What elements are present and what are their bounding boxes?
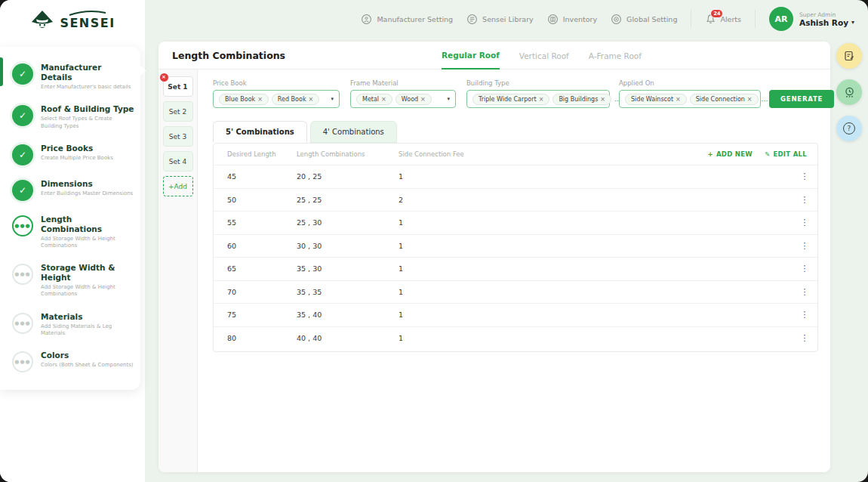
chip-side-wainscot[interactable]: Side Wainscot × xyxy=(625,94,687,105)
sensei-library-icon xyxy=(466,14,478,25)
check-icon: ✓ xyxy=(12,180,33,201)
cell-length-combinations: 40 , 40 xyxy=(297,334,399,342)
alerts-button[interactable]: 24 Alerts xyxy=(705,14,741,25)
chip-label: Wood xyxy=(402,96,418,103)
avatar: AR xyxy=(769,7,793,31)
alerts-badge: 24 xyxy=(710,9,723,18)
sidebar-item-colors[interactable]: ●●● Colors Colors (Both Sheet & Componen… xyxy=(0,344,140,379)
chip-label: Side Wainscot xyxy=(631,96,673,103)
main-panel: Length Combinations Regular Roof Vertica… xyxy=(159,42,830,472)
add-set-button[interactable]: +Add xyxy=(163,176,193,196)
filter-frame-material: Frame Material Metal × Wood × ▾ xyxy=(350,79,456,108)
set-tab-4[interactable]: Set 4 xyxy=(163,151,193,171)
chip-big-buildings[interactable]: Big Buildings × xyxy=(553,94,611,105)
nav-label: Global Setting xyxy=(626,15,677,23)
add-new-label: ADD NEW xyxy=(716,150,753,158)
chip-remove-icon[interactable]: × xyxy=(747,96,753,103)
col-length-combinations: Length Combinations xyxy=(297,150,399,158)
sidebar-nav-card: ✓ Manufacturer Details Enter Manufacture… xyxy=(0,47,140,390)
manufacturer-setting-icon xyxy=(361,14,372,25)
add-new-button[interactable]: + ADD NEW xyxy=(707,150,752,158)
chip-remove-icon[interactable]: × xyxy=(381,96,386,103)
row-menu-icon[interactable]: ⋮ xyxy=(792,195,817,205)
row-menu-icon[interactable]: ⋮ xyxy=(792,310,817,320)
chip-triple-wide-carport[interactable]: Triple Wide Carport × xyxy=(472,94,549,105)
chip-remove-icon[interactable]: × xyxy=(309,96,314,103)
tab-vertical-roof[interactable]: Vertical Roof xyxy=(519,42,569,70)
brand-logo: SENSEI xyxy=(0,0,145,32)
set-tab-2[interactable]: Set 2 xyxy=(163,101,193,122)
row-menu-icon[interactable]: ⋮ xyxy=(792,287,817,297)
table-row: 45 20 , 25 1 ⋮ xyxy=(214,165,817,188)
filter-label: Frame Material xyxy=(350,79,456,87)
note-edit-icon xyxy=(843,50,855,62)
building-type-select[interactable]: Triple Wide Carport × Big Buildings × … … xyxy=(466,90,610,108)
nav-global-setting[interactable]: Global Setting xyxy=(611,14,677,25)
set-tabs-column: × Set 1 Set 2 Set 3 Set 4 +Add xyxy=(159,70,198,472)
chip-metal[interactable]: Metal × xyxy=(356,94,392,105)
clock-history-icon xyxy=(843,86,856,99)
tab-a-frame-roof[interactable]: A-Frame Roof xyxy=(589,42,642,70)
col-desired-length: Desired Length xyxy=(214,150,297,158)
sidebar-item-title: Dimensions xyxy=(41,179,133,189)
chip-wood[interactable]: Wood × xyxy=(396,94,432,105)
chip-remove-icon[interactable]: × xyxy=(257,96,263,103)
nav-sensei-library[interactable]: Sensei Library xyxy=(466,14,534,25)
row-menu-icon[interactable]: ⋮ xyxy=(792,333,817,343)
filter-applied-on: Applied On Side Wainscot × Side Connecti… xyxy=(619,79,761,108)
notes-fab[interactable] xyxy=(836,43,862,69)
nav-inventory[interactable]: Inventory xyxy=(547,14,597,25)
applied-on-select[interactable]: Side Wainscot × Side Connection × … ▾ xyxy=(619,90,761,108)
cell-length-combinations: 20 , 25 xyxy=(297,172,399,181)
row-menu-icon[interactable]: ⋮ xyxy=(792,264,817,273)
generate-button[interactable]: GENERATE xyxy=(769,90,834,108)
chip-side-connection[interactable]: Side Connection × xyxy=(690,94,759,105)
chip-label: Blue Book xyxy=(225,96,255,103)
sidebar-item-length-combinations[interactable]: ●●● Length Combinations Add Storage Widt… xyxy=(0,208,140,256)
top-header: Manufacturer Setting Sensei Library Inve… xyxy=(145,0,868,38)
nav-manufacturer-setting[interactable]: Manufacturer Setting xyxy=(361,14,453,25)
row-menu-icon[interactable]: ⋮ xyxy=(792,218,817,227)
chip-blue-book[interactable]: Blue Book × xyxy=(219,94,269,105)
cell-desired-length: 45 xyxy=(214,172,297,181)
history-fab[interactable] xyxy=(836,79,862,105)
set-tab-1[interactable]: × Set 1 xyxy=(163,76,193,97)
global-setting-icon xyxy=(611,14,622,25)
chip-red-book[interactable]: Red Book × xyxy=(272,94,319,105)
filter-label: Applied On xyxy=(619,79,761,87)
row-menu-icon[interactable]: ⋮ xyxy=(792,241,817,251)
cell-side-connection-fee: 1 xyxy=(399,288,792,296)
sidebar-item-storage-width-height[interactable]: ●●● Storage Width & Height Add Storage W… xyxy=(0,256,140,304)
sidebar-item-manufacturer-details[interactable]: ✓ Manufacturer Details Enter Manufacture… xyxy=(0,56,140,97)
chip-remove-icon[interactable]: × xyxy=(420,96,426,103)
sidebar-item-subtitle: Select Roof Types & Create Building Type… xyxy=(41,116,134,129)
set-tab-3[interactable]: Set 3 xyxy=(163,126,193,147)
sidebar-item-title: Materials xyxy=(41,312,134,322)
price-book-select[interactable]: Blue Book × Red Book × ▾ xyxy=(213,90,340,108)
pending-dots-icon: ●●● xyxy=(12,313,33,334)
sidebar-item-price-books[interactable]: ✓ Price Books Create Multiple Price Book… xyxy=(0,137,140,172)
chip-remove-icon[interactable]: × xyxy=(539,96,544,103)
row-menu-icon[interactable]: ⋮ xyxy=(792,171,817,181)
chip-label: Metal xyxy=(362,96,379,103)
cell-side-connection-fee: 1 xyxy=(399,172,792,181)
chip-remove-icon[interactable]: × xyxy=(676,96,681,103)
nav-label: Inventory xyxy=(563,15,597,23)
cell-side-connection-fee: 1 xyxy=(399,264,792,273)
help-fab[interactable]: ? xyxy=(836,116,862,141)
tab-4ft-combinations[interactable]: 4' Combinations xyxy=(310,121,397,143)
sidebar-item-roof-building-type[interactable]: ✓ Roof & Building Type Select Roof Types… xyxy=(0,97,140,136)
edit-all-button[interactable]: ✎ EDIT ALL xyxy=(765,150,807,158)
cell-side-connection-fee: 1 xyxy=(399,218,792,227)
frame-material-select[interactable]: Metal × Wood × ▾ xyxy=(350,90,456,108)
sidebar-item-subtitle: Add Storage Width & Height Combinations xyxy=(41,236,134,249)
user-menu[interactable]: AR Super Admin Ashish Roy ▾ xyxy=(769,7,854,31)
cell-length-combinations: 25 , 30 xyxy=(297,218,399,227)
sidebar-item-dimensions[interactable]: ✓ Dimensions Enter Buildings Master Dime… xyxy=(0,172,140,208)
tab-regular-roof[interactable]: Regular Roof xyxy=(442,42,500,70)
chip-remove-icon[interactable]: × xyxy=(600,96,605,103)
tab-5ft-combinations[interactable]: 5' Combinations xyxy=(213,121,307,143)
remove-set-icon[interactable]: × xyxy=(160,73,168,82)
sidebar-item-materials[interactable]: ●●● Materials Add Siding Materials & Leg… xyxy=(0,305,140,344)
app-window: SENSEI ✓ Manufacturer Details Enter Manu… xyxy=(0,0,868,482)
